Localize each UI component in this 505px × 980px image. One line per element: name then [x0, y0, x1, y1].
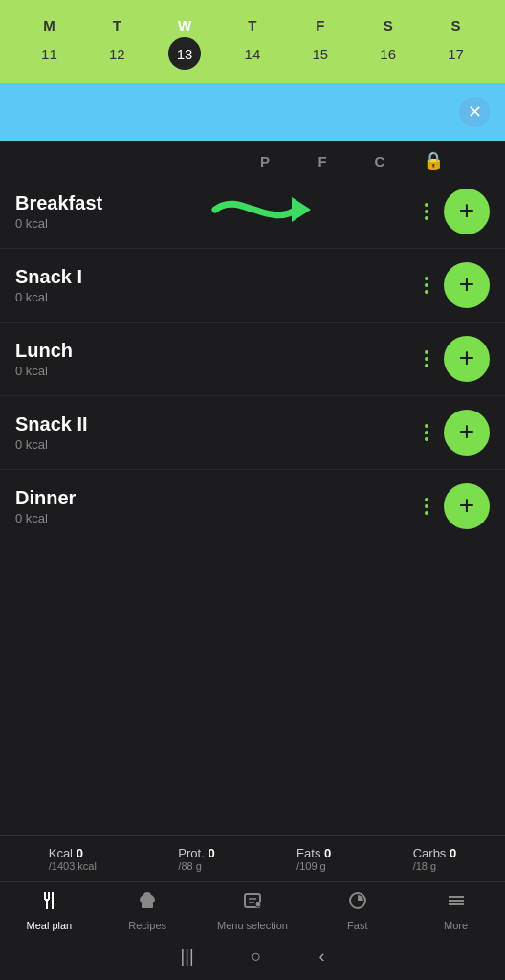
summary-value: 0 — [324, 846, 331, 860]
day-num: 14 — [236, 37, 269, 70]
widget-banner: ✕ — [0, 83, 505, 141]
meal-row-lunch: Lunch 0 kcal + — [0, 323, 505, 396]
lock-icon[interactable]: 🔒 — [423, 150, 444, 171]
summary-item-fats: Fats 0 /109 g — [296, 846, 331, 872]
meal-options-button[interactable] — [419, 346, 434, 371]
nav-label: Fast — [347, 920, 367, 931]
meal-info: Breakfast 0 kcal — [15, 192, 419, 231]
nav-item-meal-plan[interactable]: Meal plan — [20, 890, 77, 931]
day-letter: M — [43, 17, 55, 33]
summary-sub: /18 g — [413, 860, 436, 872]
meal-add-button[interactable]: + — [444, 483, 490, 529]
day-letter: W — [178, 17, 191, 33]
day-col-14[interactable]: T 14 — [229, 17, 276, 70]
meal-kcal: 0 kcal — [15, 511, 419, 525]
summary-bar: Kcal 0 /1403 kcal Prot. 0 /88 g Fats 0 /… — [0, 835, 505, 881]
meal-row-snack-ii: Snack II 0 kcal + — [0, 396, 505, 470]
meal-add-button[interactable]: + — [444, 189, 490, 234]
day-letter: T — [113, 17, 121, 33]
day-letter: T — [248, 17, 256, 33]
banner-close-button[interactable]: ✕ — [459, 97, 490, 127]
summary-label: Fats 0 — [296, 846, 331, 860]
day-letter: S — [384, 17, 393, 33]
meal-add-button[interactable]: + — [444, 262, 490, 308]
meal-row-snack-i: Snack I 0 kcal + — [0, 249, 505, 323]
nav-item-fast[interactable]: Fast — [329, 890, 386, 931]
meal-info: Dinner 0 kcal — [15, 487, 419, 525]
meal-info: Snack I 0 kcal — [15, 266, 419, 304]
summary-label: Prot. 0 — [178, 846, 214, 860]
nav-icon-3 — [347, 890, 368, 917]
day-num: 17 — [439, 37, 472, 70]
summary-value: 0 — [208, 846, 214, 860]
meal-name: Dinner — [15, 487, 419, 509]
plus-icon: + — [459, 197, 474, 224]
meal-kcal: 0 kcal — [15, 290, 419, 304]
system-home-button[interactable]: ○ — [252, 947, 262, 967]
meal-actions: + — [419, 483, 490, 529]
nav-item-more[interactable]: More — [428, 890, 485, 931]
close-icon: ✕ — [468, 103, 482, 121]
nav-item-recipes[interactable]: Recipes — [119, 890, 176, 931]
nav-label: Recipes — [128, 920, 166, 931]
meal-name: Snack I — [15, 266, 419, 288]
meal-kcal: 0 kcal — [15, 364, 419, 378]
meal-actions: + — [419, 336, 490, 382]
meal-add-button[interactable]: + — [444, 410, 490, 456]
svg-rect-7 — [142, 903, 153, 908]
day-num: 12 — [100, 37, 133, 70]
meal-name: Breakfast — [15, 192, 419, 214]
meal-add-button[interactable]: + — [444, 336, 490, 382]
bottom-nav: Meal plan Recipes Menu selection Fast Mo… — [0, 881, 505, 937]
meal-actions: + — [419, 262, 490, 308]
day-num: 11 — [33, 37, 65, 70]
protein-col-header: P — [251, 153, 279, 169]
summary-item-prot.: Prot. 0 /88 g — [178, 846, 214, 872]
nav-item-menu-selection[interactable]: Menu selection — [217, 890, 288, 931]
meal-options-button[interactable] — [419, 420, 434, 445]
day-col-11[interactable]: M 11 — [25, 17, 73, 70]
summary-value: 0 — [77, 846, 83, 860]
meal-options-button[interactable] — [419, 199, 434, 224]
meal-options-button[interactable] — [419, 494, 434, 519]
week-row: M 11 T 12 W 13 T 14 F 15 S 16 S 17 — [15, 17, 490, 70]
day-num: 15 — [304, 37, 337, 70]
day-col-13[interactable]: W 13 — [161, 17, 209, 70]
svg-point-12 — [255, 902, 261, 907]
plus-icon: + — [459, 271, 474, 298]
meal-row-breakfast: Breakfast 0 kcal + — [0, 175, 505, 249]
day-col-16[interactable]: S 16 — [364, 17, 412, 70]
system-nav: ||| ○ ‹ — [0, 937, 505, 980]
meal-name: Lunch — [15, 340, 419, 362]
plus-icon: + — [459, 418, 474, 445]
calendar-header: M 11 T 12 W 13 T 14 F 15 S 16 S 17 — [0, 0, 505, 83]
meal-info: Snack II 0 kcal — [15, 413, 419, 452]
macro-header: P F C 🔒 — [0, 141, 505, 175]
meal-info: Lunch 0 kcal — [15, 340, 419, 378]
nav-label: More — [444, 920, 468, 931]
day-num: 16 — [372, 37, 405, 70]
nav-icon-1 — [137, 890, 158, 917]
summary-label: Carbs 0 — [413, 846, 457, 860]
plus-icon: + — [459, 345, 474, 371]
summary-sub: /88 g — [178, 860, 201, 872]
summary-value: 0 — [450, 846, 456, 860]
summary-label: Kcal 0 — [49, 846, 83, 860]
day-col-12[interactable]: T 12 — [93, 17, 141, 70]
system-back-button[interactable]: ‹ — [318, 947, 324, 967]
meals-container: Breakfast 0 kcal + Snack I 0 kcal — [0, 175, 505, 835]
meal-actions: + — [419, 189, 490, 234]
fat-col-header: F — [308, 153, 337, 169]
svg-point-8 — [143, 892, 151, 900]
summary-sub: /109 g — [296, 860, 326, 872]
nav-icon-4 — [446, 890, 467, 917]
system-menu-button[interactable]: ||| — [181, 947, 194, 967]
summary-item-kcal: Kcal 0 /1403 kcal — [49, 846, 97, 872]
meal-row-dinner: Dinner 0 kcal + — [0, 470, 505, 543]
meal-options-button[interactable] — [419, 273, 434, 298]
day-col-17[interactable]: S 17 — [431, 17, 479, 70]
day-col-15[interactable]: F 15 — [296, 17, 344, 70]
meal-actions: + — [419, 410, 490, 456]
nav-icon-2 — [242, 890, 263, 917]
summary-sub: /1403 kcal — [49, 860, 97, 872]
